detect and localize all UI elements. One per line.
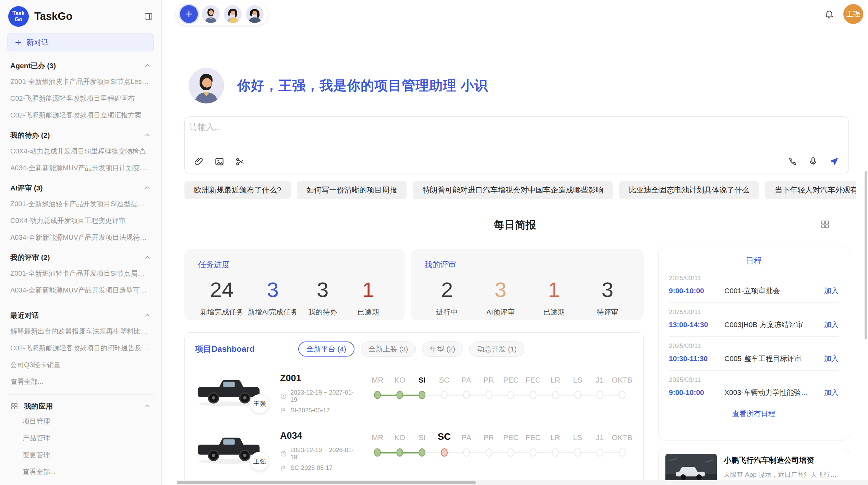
chevron-up-icon[interactable] (144, 312, 151, 319)
milestone-label: MR (366, 431, 389, 446)
news-card[interactable]: 小鹏飞行汽车制造公司增资 天眼查 App 显示，近日广州汇天飞行汽... (658, 448, 849, 485)
milestone-SI: SI (411, 431, 433, 457)
project-dates: 2023-12-19 ~ 2027-01-19 (280, 389, 358, 403)
dashboard-filter-tab[interactable]: 全新平台 (4) (298, 341, 354, 357)
microphone-icon[interactable] (808, 156, 818, 166)
suggestion-chip[interactable]: 欧洲新规最近颁布了什么? (184, 181, 291, 199)
project-car-image: 王强 (195, 372, 262, 411)
attachment-icon[interactable] (194, 157, 204, 167)
suggestion-chip[interactable]: 如何写一份清晰的项目周报 (297, 181, 407, 199)
divider (8, 303, 154, 303)
stat-label: 待评审 (587, 307, 628, 317)
sidebar-item[interactable]: Z001-全新燃油皮卡产品开发项目SI节点Lesson Learn报告 (8, 73, 154, 90)
dashboard-filter-tab[interactable]: 动总开发 (1) (469, 341, 525, 357)
milestone-dot (374, 391, 381, 399)
sidebar-item[interactable]: C0X4-动力总成开发项目SI里程碑提交物检查 (8, 143, 154, 160)
sidebar-collapse-icon[interactable] (144, 12, 153, 21)
app-item[interactable]: 产品管理 (8, 430, 154, 447)
layout-grid-icon[interactable] (820, 219, 830, 229)
chevron-up-icon[interactable] (144, 62, 151, 70)
logo-text-1: Task (12, 10, 24, 16)
recent-chat-item[interactable]: 公司Q3轻卡销量 (8, 357, 154, 373)
horizontal-scrollbar-thumb[interactable] (177, 481, 476, 484)
project-row[interactable]: 王强 A034 2023-12-19 ~ 2026-01-19 SC-2025-… (195, 430, 633, 472)
logo-text-2: Go (15, 16, 22, 23)
app-item[interactable]: 查看全部... (8, 463, 154, 480)
view-all-schedule-link[interactable]: 查看所有日程 (669, 404, 839, 419)
send-icon[interactable] (829, 156, 840, 167)
scissors-icon[interactable] (235, 157, 245, 167)
dashboard-filter-tab[interactable]: 全新上装 (3) (361, 341, 416, 357)
project-row[interactable]: 王强 Z001 2023-12-19 ~ 2027-01-19 SI-2025-… (195, 372, 633, 414)
recent-chat-item[interactable]: C02-飞腾新能源轻客改款项目的闭环通告反馈情况 (8, 340, 154, 357)
agent-avatar-1[interactable] (202, 5, 220, 23)
milestone-KO: KO (389, 431, 411, 457)
sidebar-item[interactable]: Z001-全新燃油轻卡产品开发项目SI节点属性5D文件评审 (8, 265, 154, 282)
notification-bell-icon[interactable] (824, 9, 834, 19)
section-header[interactable]: 我的待办 (2) (8, 124, 154, 143)
vertical-scrollbar-thumb[interactable] (865, 171, 867, 339)
agent-avatar-2[interactable] (224, 5, 242, 23)
add-agent-button[interactable] (180, 5, 198, 23)
agent-avatar-3[interactable] (246, 5, 264, 23)
app-item[interactable]: 变更管理 (8, 447, 154, 463)
my-apps-title: 我的应用 (24, 401, 138, 411)
join-link[interactable]: 加入 (824, 388, 839, 397)
schedule-time: 9:00-10:00 (669, 287, 724, 295)
milestone-dot (552, 391, 559, 399)
chat-input-card (184, 116, 849, 173)
dashboard-filter-tab[interactable]: 年型 (2) (422, 341, 463, 357)
join-link[interactable]: 加入 (824, 286, 839, 296)
sidebar-item[interactable]: A034-全新新能源MUV产品开发项目法规符合性评审 (8, 229, 154, 246)
news-snippet: 天眼查 App 显示，近日广州汇天飞行汽... (724, 470, 842, 479)
sidebar-item-cloud-space[interactable]: 我的云空间 (8, 480, 154, 485)
stat-value: 2 (426, 277, 468, 302)
chat-input[interactable] (190, 122, 670, 148)
chevron-up-icon[interactable] (144, 132, 151, 139)
milestone-label: PEC (500, 431, 522, 446)
sidebar-item[interactable]: C02-飞腾新能源轻客改款项目里程碑画布 (8, 90, 154, 107)
stat-label: 进行中 (426, 307, 468, 317)
project-code: A034 (280, 431, 358, 441)
sidebar-item[interactable]: A034-全新新能源MUV产品开发项目造型可行性评审 (8, 282, 154, 299)
milestone-dot (441, 448, 448, 457)
suggestion-chip[interactable]: 特朗普可能对进口汽车增税会对中国车企造成哪些影响 (413, 181, 613, 199)
user-avatar[interactable]: 王强 (843, 4, 863, 24)
section-my-apps: 我的应用 项目管理产品管理变更管理查看全部... (8, 395, 154, 480)
section-header[interactable]: 我的评审 (2) (8, 246, 154, 265)
suggestion-chip[interactable]: 比亚迪全固态电池计划具体说了什么 (619, 181, 759, 199)
stat-label: AI预评审 (480, 307, 521, 317)
chevron-up-icon[interactable] (144, 184, 151, 192)
phone-icon[interactable] (787, 156, 798, 166)
new-chat-button[interactable]: 新对话 (8, 34, 154, 51)
sidebar-item[interactable]: Z001-全新燃油轻卡产品开发项目SI造型提交物评审 (8, 196, 154, 212)
milestone-label: J1 (589, 374, 611, 388)
recent-chat-item[interactable]: 解释最新出台的欧盟报废车法规再生塑料比例被调至15%... (8, 323, 154, 340)
milestone-MR: MR (366, 374, 389, 399)
project-info: Z001 2023-12-19 ~ 2027-01-19 SI-2025-05-… (271, 372, 358, 414)
section-title: 我的评审 (2) (10, 253, 50, 262)
stat: 24新增完成任务 (200, 277, 243, 317)
chevron-up-icon[interactable] (144, 254, 151, 261)
app-item[interactable]: 项目管理 (8, 413, 154, 430)
section-header[interactable]: 最近对话 (8, 304, 154, 323)
milestone-track: MRKOSISCPAPRPECFECLRLSJ1OKTB (366, 374, 633, 399)
section-header[interactable]: AI评审 (3) (8, 176, 154, 196)
suggestion-chip[interactable]: 当下年轻人对汽车外观有怎样的喜好趋势 (765, 181, 856, 199)
sidebar-item[interactable]: A034-全新新能源MUV产品开发项目计划变更表编写 (8, 160, 154, 176)
milestone-label: KO (389, 431, 411, 446)
recent-chat-item[interactable]: 查看全部... (8, 373, 154, 390)
stat-value: 1 (533, 277, 575, 302)
section-header[interactable]: Agent已办 (3) (8, 54, 154, 73)
sidebar-item[interactable]: C0X4-动力总成开发项目工程变更评审 (8, 212, 154, 229)
schedule-card: 日程 2025/03/119:00-10:00C001-立项审批会加入2025/… (658, 247, 849, 440)
join-link[interactable]: 加入 (824, 354, 839, 363)
section-title: 最近对话 (10, 311, 39, 320)
image-icon[interactable] (214, 157, 225, 167)
my-apps-header[interactable]: 我的应用 (8, 395, 154, 413)
join-link[interactable]: 加入 (824, 320, 839, 329)
project-date-range: 2023-12-19 ~ 2027-01-19 (290, 389, 358, 403)
sidebar-item[interactable]: C02-飞腾新能源轻客改款项目立项汇报方案 (8, 107, 154, 124)
chevron-up-icon[interactable] (144, 402, 151, 410)
task-progress-card: 任务进度 24新增完成任务3新增AI完成任务3我的待办1已逾期 (184, 249, 405, 320)
